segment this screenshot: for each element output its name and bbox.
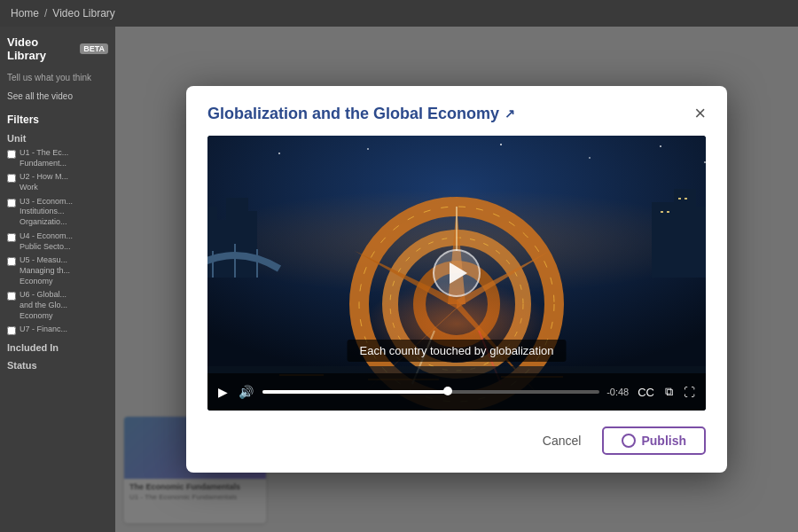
play-button[interactable] <box>433 249 481 297</box>
status-label: Status <box>7 360 108 371</box>
svg-rect-13 <box>661 211 663 213</box>
filter-unit-4-label: U4 - Econom...Public Secto... <box>20 231 73 252</box>
svg-point-33 <box>278 153 280 154</box>
filter-unit-7-label: U7 - Financ... <box>20 325 67 335</box>
svg-point-34 <box>367 148 369 150</box>
svg-point-36 <box>589 157 591 159</box>
modal-footer: Cancel Publish <box>207 426 706 455</box>
page-background: Home / Video Library Video Library BETA … <box>0 0 798 532</box>
video-container: Each country touched by globalization ▶ … <box>207 136 706 411</box>
modal-header: Globalization and the Global Economy ↗ × <box>207 104 706 123</box>
modal-overlay: Globalization and the Global Economy ↗ × <box>115 27 798 532</box>
external-link-icon[interactable]: ↗ <box>505 106 515 121</box>
sidebar: Video Library BETA Tell us what you thin… <box>0 27 115 532</box>
publish-icon <box>622 434 636 448</box>
progress-bar-fill <box>262 390 448 394</box>
main-content: The Economic Fundamentals U1 - The Econo… <box>115 27 798 532</box>
filter-unit-5-label: U5 - Measu...Managing th...Economy <box>20 255 70 286</box>
filter-unit-7-checkbox[interactable] <box>7 326 16 335</box>
filter-unit-2-label: U2 - How M...Work <box>20 172 68 192</box>
svg-rect-5 <box>244 211 257 278</box>
volume-button[interactable]: 🔊 <box>237 386 255 398</box>
filters-heading: Filters <box>7 113 108 126</box>
play-pause-button[interactable]: ▶ <box>216 386 230 398</box>
modal-close-button[interactable]: × <box>694 104 706 123</box>
publish-button[interactable]: Publish <box>602 426 706 455</box>
breadcrumb-home[interactable]: Home <box>11 7 39 20</box>
play-icon <box>450 262 467 284</box>
pip-button[interactable]: ⧉ <box>663 385 675 399</box>
progress-bar[interactable] <box>262 390 599 394</box>
svg-point-37 <box>660 145 661 147</box>
video-controls-bar: ▶ 🔊 -0:48 CC ⧉ ⛶ <box>207 373 706 411</box>
tell-us-link[interactable]: Tell us what you think <box>7 73 108 82</box>
filter-unit-2[interactable]: U2 - How M...Work <box>7 172 108 192</box>
beta-badge: BETA <box>80 43 108 54</box>
filter-unit-3[interactable]: U3 - Econom...Institutions...Organizatio… <box>7 197 108 228</box>
filter-unit-2-checkbox[interactable] <box>7 174 16 183</box>
svg-rect-15 <box>678 198 681 200</box>
breadcrumb-video-library[interactable]: Video Library <box>52 7 115 20</box>
filter-unit-6[interactable]: U6 - Global...and the Glo...Economy <box>7 290 108 321</box>
publish-label: Publish <box>641 434 686 448</box>
see-all-link[interactable]: See all the video <box>7 91 108 101</box>
filter-unit-3-checkbox[interactable] <box>7 199 16 207</box>
filter-unit-6-checkbox[interactable] <box>7 292 16 301</box>
svg-point-38 <box>704 161 706 163</box>
time-remaining: -0:48 <box>606 387 629 397</box>
filter-unit-5-checkbox[interactable] <box>7 257 16 266</box>
breadcrumb-separator: / <box>44 7 47 20</box>
svg-rect-14 <box>667 211 669 213</box>
filter-unit-4-checkbox[interactable] <box>7 233 16 242</box>
filter-unit-1-label: U1 - The Ec...Fundament... <box>20 148 68 168</box>
svg-point-35 <box>500 144 502 145</box>
content-area: Video Library BETA Tell us what you thin… <box>0 27 798 532</box>
video-caption: Each country touched by globalization <box>348 340 567 362</box>
filter-unit-5[interactable]: U5 - Measu...Managing th...Economy <box>7 255 108 286</box>
svg-rect-16 <box>685 198 687 200</box>
filter-unit-4[interactable]: U4 - Econom...Public Secto... <box>7 231 108 252</box>
filter-unit-7[interactable]: U7 - Financ... <box>7 325 108 335</box>
sidebar-title: Video Library <box>7 35 74 62</box>
included-in-label: Included In <box>7 342 108 353</box>
filter-unit-1-checkbox[interactable] <box>7 150 16 159</box>
cancel-button[interactable]: Cancel <box>532 428 592 453</box>
unit-section-label: Unit <box>7 133 108 144</box>
modal-dialog: Globalization and the Global Economy ↗ × <box>186 86 727 473</box>
progress-dot <box>443 387 452 395</box>
filter-unit-3-label: U3 - Econom...Institutions...Organizatio… <box>20 197 73 228</box>
modal-title: Globalization and the Global Economy ↗ <box>207 105 515 123</box>
top-bar: Home / Video Library <box>0 0 798 27</box>
modal-title-text: Globalization and the Global Economy <box>207 105 499 123</box>
filter-unit-1[interactable]: U1 - The Ec...Fundament... <box>7 148 108 168</box>
filter-unit-6-label: U6 - Global...and the Glo...Economy <box>20 290 67 321</box>
sidebar-header: Video Library BETA <box>7 35 108 62</box>
svg-rect-8 <box>692 207 706 278</box>
fullscreen-button[interactable]: ⛶ <box>682 386 697 399</box>
subtitles-button[interactable]: CC <box>636 386 656 399</box>
